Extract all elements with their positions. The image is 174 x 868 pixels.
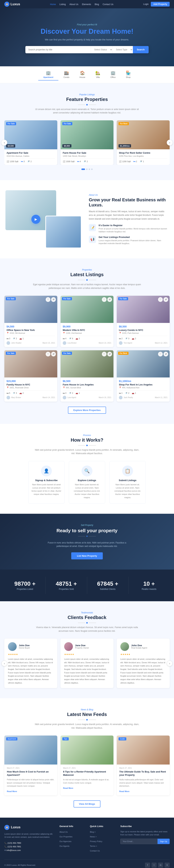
l2-parking: 🚗 2 bbox=[76, 337, 80, 340]
testi-next-arrow[interactable]: › bbox=[167, 660, 173, 666]
listing-5-title: Farm House in Los Angeles bbox=[63, 383, 111, 386]
nav-blog[interactable]: Blog bbox=[95, 3, 99, 6]
navbar-menu: Home Listing About Us Elements Blog Cont… bbox=[50, 3, 113, 6]
listing-6-favorite[interactable]: ♡ bbox=[158, 352, 163, 356]
hero-title-line2: Home! bbox=[112, 28, 134, 35]
how-steps: 👤 Signup & Subscribe Nam libero justo la… bbox=[4, 461, 170, 504]
l1-baths: 🚿 2 bbox=[13, 337, 17, 340]
footer-link-blog[interactable]: Blog > bbox=[90, 831, 96, 833]
footer-logo-text: Luxus bbox=[11, 826, 21, 829]
about-features: 📝 It's Easier to Register Proin at ipsum… bbox=[89, 224, 169, 245]
blog-card-1[interactable]: Apartment March 27, 2021 How Much Does I… bbox=[4, 736, 57, 795]
listing-1-compare[interactable]: ⇄ bbox=[51, 297, 56, 302]
featured-card-1[interactable]: For Sale $4,500 Apartment For Sale 1510 … bbox=[4, 120, 57, 165]
carousel-dot-1[interactable] bbox=[81, 168, 85, 170]
carousel-dot-4[interactable] bbox=[91, 168, 93, 170]
carousel-dot-2[interactable] bbox=[86, 168, 88, 170]
featured-card-2-badge: For Sale bbox=[62, 122, 72, 125]
listing-6-compare[interactable]: ⇄ bbox=[164, 352, 168, 356]
blog-card-3[interactable]: Guide March 27, 2021 The Ultimate Guide … bbox=[117, 736, 170, 795]
subscribe-email-input[interactable] bbox=[120, 839, 157, 844]
footer-link-privacy[interactable]: Privacy Policy bbox=[90, 840, 102, 842]
nav-listing[interactable]: Listing bbox=[59, 3, 66, 6]
prop-type-apartment[interactable]: 🏢 Apartment bbox=[38, 69, 58, 81]
social-facebook[interactable]: f bbox=[145, 863, 150, 868]
navbar-logo[interactable]: 🏠 Luxus bbox=[4, 2, 20, 7]
about-feat-1-desc: Proin at ipsum ut turtor blandit porttit… bbox=[98, 227, 169, 233]
about-desc: Mauris id blandit arcu. Donec frift nequ… bbox=[89, 210, 169, 221]
listing-card-3[interactable]: For Sale ♡ ⇄ $8,500 Luxury Condo in NYC … bbox=[117, 296, 170, 347]
listing-4-favorite[interactable]: ♡ bbox=[46, 352, 50, 356]
social-twitter[interactable]: t bbox=[151, 863, 156, 868]
location-icon3: 📍 bbox=[119, 332, 121, 334]
prop-type-office[interactable]: 🏢 Office bbox=[105, 69, 121, 81]
blog-card-2[interactable]: Tips March 27, 2021 8 Tips for a Renter-… bbox=[61, 736, 113, 795]
search-input[interactable] bbox=[25, 46, 91, 53]
listing-5-compare[interactable]: ⇄ bbox=[107, 352, 112, 356]
featured-card-3-body: Shop For Rent Seller Centre 1255 Pine Av… bbox=[117, 149, 170, 165]
subscribe-button[interactable]: Sign Up bbox=[157, 839, 170, 844]
type-select[interactable]: Select Type Apartment House bbox=[113, 46, 133, 53]
footer-link-terms[interactable]: Terms > bbox=[90, 845, 97, 847]
featured-prev-arrow[interactable]: ‹ bbox=[1, 140, 7, 146]
listing-3-favorite[interactable]: ♡ bbox=[158, 297, 163, 302]
listing-1-body: $4,500 Office Space in New York 📍 1510, … bbox=[4, 323, 57, 347]
listing-card-4[interactable]: For Sale ♡ ⇄ $15,000 Family House in NYC… bbox=[4, 350, 57, 402]
login-button[interactable]: Login bbox=[143, 3, 149, 5]
listing-card-2[interactable]: For Sale ♡ ⇄ $9,900 Modern Villa in NYC … bbox=[61, 296, 113, 347]
footer-link-news[interactable]: News > bbox=[90, 836, 96, 838]
listings-divider bbox=[4, 279, 170, 281]
prop-type-condo[interactable]: 🏬 Condo bbox=[58, 69, 74, 81]
footer-link-agencies[interactable]: Our Agencies bbox=[59, 840, 71, 842]
footer-quick-title: Quick Links bbox=[90, 825, 115, 828]
blog-1-readmore[interactable]: Read More bbox=[7, 790, 17, 793]
status-select[interactable]: Select Status For Sale For Rent bbox=[91, 46, 113, 53]
featured-card-1-baths: 🚿 2 bbox=[27, 160, 32, 163]
nav-home[interactable]: Home bbox=[50, 3, 56, 6]
prop-type-shop[interactable]: 🏪 Shop bbox=[121, 69, 136, 81]
blog-2-date: March 27, 2021 bbox=[63, 767, 111, 769]
footer-link-agents[interactable]: Our Agents bbox=[59, 845, 69, 847]
nav-about[interactable]: About Us bbox=[69, 3, 78, 6]
stat-satisfied-clients: 67845 + Satisfied Clients bbox=[87, 577, 128, 594]
blog-2-readmore[interactable]: Read More bbox=[63, 787, 73, 789]
listing-card-1[interactable]: For Sale ♡ ⇄ $4,500 Office Space in New … bbox=[4, 296, 57, 347]
l3-beds: 🛏 2 bbox=[119, 337, 122, 340]
featured-card-2[interactable]: For Sale $8,900 Farm House For Sale 1430… bbox=[61, 120, 113, 165]
social-instagram[interactable]: in bbox=[158, 863, 163, 868]
featured-next-arrow[interactable]: › bbox=[167, 140, 173, 146]
featured-card-1-title: Apartment For Sale bbox=[6, 152, 55, 154]
blog-3-title: The Ultimate Guide To Buy, Sale and Rent… bbox=[119, 770, 167, 777]
about-images: ▶ bbox=[5, 190, 82, 248]
sqft-icon3: ⬜ bbox=[119, 160, 122, 163]
footer: 🏠 Luxus Lorem ipsum dolor sit amet, cons… bbox=[0, 817, 174, 868]
cta-button[interactable]: List New Property bbox=[71, 552, 103, 559]
view-all-blogs-button[interactable]: View All Blogs bbox=[74, 800, 100, 807]
footer-link-contact[interactable]: Contact Us bbox=[90, 850, 100, 852]
prop-type-villa[interactable]: 🏡 Villa bbox=[90, 69, 105, 81]
hero-search-button[interactable]: Search bbox=[133, 46, 149, 53]
carousel-dot-3[interactable] bbox=[89, 168, 90, 170]
listing-card-5[interactable]: For Sale ♡ ⇄ $6,500 Farm House in Los An… bbox=[61, 350, 113, 402]
featured-card-1-beds: 🛏 3 bbox=[21, 160, 25, 163]
prop-type-house[interactable]: 🏠 House bbox=[75, 69, 90, 81]
listing-4-compare[interactable]: ⇄ bbox=[51, 352, 56, 356]
footer-link-properties[interactable]: Our Properties bbox=[59, 836, 72, 838]
listing-2-compare[interactable]: ⇄ bbox=[107, 297, 112, 302]
blog-3-readmore[interactable]: Read More bbox=[119, 790, 129, 793]
nav-elements[interactable]: Elements bbox=[82, 3, 91, 6]
featured-card-3[interactable]: For Rent $1,200/mo Shop For Rent Seller … bbox=[117, 120, 170, 165]
footer-link-about[interactable]: About Us bbox=[59, 831, 67, 833]
bed-icon3: 🛏 bbox=[133, 160, 136, 163]
listing-card-6[interactable]: For Rent ♡ ⇄ $1,100/mo Shop For Rent in … bbox=[117, 350, 170, 402]
listing-1-favorite[interactable]: ♡ bbox=[46, 297, 50, 302]
nav-contact[interactable]: Contact Us bbox=[103, 3, 113, 6]
add-property-button[interactable]: Add Property bbox=[151, 2, 170, 6]
social-linkedin[interactable]: li bbox=[165, 863, 170, 868]
explore-button[interactable]: Explore More Properties bbox=[68, 407, 106, 414]
listing-2-favorite[interactable]: ♡ bbox=[102, 297, 107, 302]
play-button[interactable]: ▶ bbox=[31, 215, 40, 224]
listing-5-favorite[interactable]: ♡ bbox=[102, 352, 107, 356]
listing-3-compare[interactable]: ⇄ bbox=[164, 297, 168, 302]
testi-prev-arrow[interactable]: ‹ bbox=[1, 660, 7, 666]
